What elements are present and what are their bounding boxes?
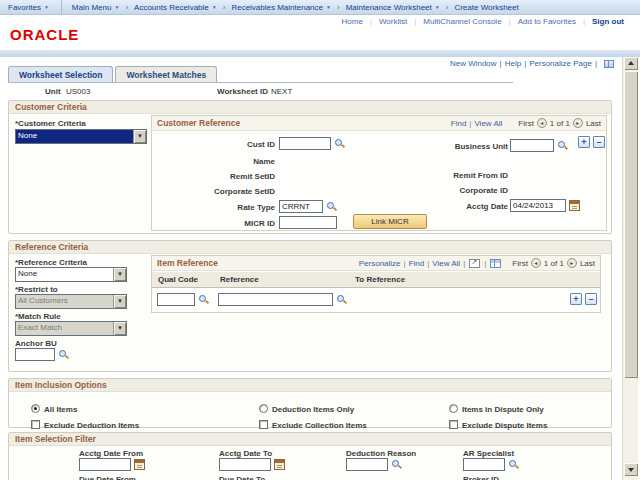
breadcrumb-main-menu[interactable]: Main Menu bbox=[68, 3, 124, 12]
customer-criteria-title: Customer Criteria bbox=[9, 101, 611, 114]
checkbox-exclude-dispute-items[interactable]: Exclude Dispute Items bbox=[449, 414, 547, 432]
personalize-layout-icon[interactable] bbox=[604, 60, 614, 68]
zoom-grid-icon[interactable] bbox=[469, 259, 480, 268]
help-link[interactable]: Help bbox=[505, 59, 521, 68]
customer-criteria-select[interactable]: None bbox=[15, 129, 147, 144]
deduction-reason-input[interactable] bbox=[346, 458, 388, 471]
radio-selected-icon bbox=[31, 404, 40, 413]
download-grid-icon[interactable] bbox=[490, 259, 501, 268]
find-link[interactable]: Find bbox=[451, 119, 467, 128]
home-link[interactable]: Home bbox=[335, 17, 370, 26]
reference-lookup-icon[interactable] bbox=[336, 294, 347, 305]
micr-id-label: MICR ID bbox=[152, 219, 275, 228]
restrict-to-label: *Restrict to bbox=[15, 285, 58, 294]
acctg-date-to-calendar-icon[interactable] bbox=[274, 459, 285, 470]
add-to-favorites-link[interactable]: Add to Favorites bbox=[511, 17, 583, 26]
breadcrumb-receivables-maintenance[interactable]: Receivables Maintenance bbox=[227, 3, 335, 12]
rate-type-input[interactable] bbox=[279, 200, 323, 213]
acctg-date-from-input[interactable] bbox=[79, 458, 131, 471]
match-rule-select[interactable]: Exact Match bbox=[15, 321, 127, 336]
tab-worksheet-matches[interactable]: Worksheet Matches bbox=[115, 66, 217, 82]
breadcrumb-favorites[interactable]: Favorites bbox=[0, 3, 53, 12]
breadcrumb: Favorites Main Menu Accounts Receivable … bbox=[0, 0, 640, 15]
view-all-link[interactable]: View All bbox=[432, 259, 460, 268]
reference-criteria-dropdown-label: *Reference Criteria bbox=[15, 258, 87, 267]
customer-criteria-section: Customer Criteria *Customer Criteria Non… bbox=[8, 100, 612, 234]
row-count: 1 of 1 bbox=[550, 119, 570, 128]
item-reference-grid: Item Reference Personalize | Find | View… bbox=[151, 255, 601, 313]
sign-out-link[interactable]: Sign out bbox=[585, 17, 624, 26]
next-row-icon[interactable] bbox=[573, 118, 583, 128]
vertical-scrollbar[interactable] bbox=[622, 57, 638, 480]
personalize-link[interactable]: Personalize bbox=[359, 259, 401, 268]
to-reference-column-header: To Reference bbox=[355, 275, 405, 284]
corporate-id-label: Corporate ID bbox=[382, 186, 508, 195]
link-micr-button[interactable]: Link MICR bbox=[353, 214, 427, 229]
page-tabs: Worksheet Selection Worksheet Matches bbox=[8, 66, 217, 82]
view-all-link[interactable]: View All bbox=[474, 119, 502, 128]
header-links: Home | Worklist | MultiChannel Console |… bbox=[335, 17, 624, 26]
item-inclusion-options-title: Item Inclusion Options bbox=[9, 379, 611, 392]
acctg-date-calendar-icon[interactable] bbox=[569, 200, 580, 211]
reference-criteria-select[interactable]: None bbox=[15, 267, 127, 282]
radio-icon bbox=[449, 404, 458, 413]
item-reference-header: Item Reference Personalize | Find | View… bbox=[152, 256, 600, 271]
anchor-bu-lookup-icon[interactable] bbox=[58, 349, 69, 360]
worksheet-id-label: Worksheet ID bbox=[217, 87, 268, 96]
breadcrumb-maintenance-worksheet[interactable]: Maintenance Worksheet bbox=[342, 3, 444, 12]
personalize-page-link[interactable]: Personalize Page bbox=[529, 59, 592, 68]
anchor-bu-input[interactable] bbox=[15, 348, 55, 361]
next-row-icon[interactable] bbox=[567, 258, 577, 268]
business-unit-input[interactable] bbox=[510, 139, 554, 152]
deduction-reason-label: Deduction Reason bbox=[346, 449, 416, 458]
radio-icon bbox=[259, 404, 268, 413]
acctg-date-to-input[interactable] bbox=[219, 458, 271, 471]
delete-row-button[interactable] bbox=[585, 293, 597, 305]
checkbox-exclude-deduction-items[interactable]: Exclude Deduction Items bbox=[31, 414, 139, 432]
qual-code-lookup-icon[interactable] bbox=[198, 294, 209, 305]
breadcrumb-create-worksheet: Create Worksheet bbox=[450, 3, 522, 12]
multichannel-console-link[interactable]: MultiChannel Console bbox=[416, 17, 508, 26]
cust-id-lookup-icon[interactable] bbox=[334, 138, 345, 149]
customer-reference-title: Customer Reference bbox=[157, 118, 240, 128]
restrict-to-select[interactable]: All Customers bbox=[15, 294, 127, 309]
delete-row-button[interactable] bbox=[593, 136, 605, 148]
breadcrumb-separator-icon bbox=[335, 3, 342, 12]
acctg-date-from-calendar-icon[interactable] bbox=[134, 459, 145, 470]
business-unit-lookup-icon[interactable] bbox=[557, 140, 568, 151]
anchor-bu-label: Anchor BU bbox=[15, 339, 57, 348]
qual-code-column-header: Qual Code bbox=[158, 275, 198, 284]
scroll-down-icon[interactable] bbox=[624, 463, 638, 476]
ar-specialist-lookup-icon[interactable] bbox=[508, 459, 519, 470]
scroll-up-icon[interactable] bbox=[624, 57, 638, 70]
find-link[interactable]: Find bbox=[409, 259, 425, 268]
ar-specialist-label: AR Specialist bbox=[463, 449, 514, 458]
header-divider-band bbox=[0, 50, 640, 57]
rate-type-lookup-icon[interactable] bbox=[326, 201, 337, 212]
acctg-date-input[interactable] bbox=[510, 199, 566, 212]
micr-id-input[interactable] bbox=[279, 216, 337, 229]
first-label: First bbox=[518, 119, 534, 128]
chevron-down-icon bbox=[435, 4, 440, 10]
worklist-link[interactable]: Worklist bbox=[372, 17, 414, 26]
checkbox-icon bbox=[31, 420, 40, 429]
previous-row-icon[interactable] bbox=[537, 118, 547, 128]
breadcrumb-accounts-receivable[interactable]: Accounts Receivable bbox=[130, 3, 221, 12]
ar-specialist-input[interactable] bbox=[463, 458, 505, 471]
breadcrumb-separator-icon bbox=[123, 3, 130, 12]
add-row-button[interactable] bbox=[570, 293, 582, 305]
previous-row-icon[interactable] bbox=[531, 258, 541, 268]
new-window-link[interactable]: New Window bbox=[450, 59, 497, 68]
tab-worksheet-selection[interactable]: Worksheet Selection bbox=[8, 66, 113, 82]
reference-input[interactable] bbox=[218, 293, 333, 306]
scrollbar-thumb[interactable] bbox=[624, 71, 638, 378]
qual-code-input[interactable] bbox=[157, 293, 195, 306]
oracle-logo: ORACLE bbox=[10, 26, 79, 43]
unit-label: Unit bbox=[45, 87, 61, 96]
add-row-button[interactable] bbox=[578, 136, 590, 148]
due-date-to-label: Due Date To bbox=[219, 475, 265, 480]
deduction-reason-lookup-icon[interactable] bbox=[391, 459, 402, 470]
cust-id-input[interactable] bbox=[279, 137, 331, 150]
checkbox-exclude-collection-items[interactable]: Exclude Collection Items bbox=[259, 414, 367, 432]
reference-column-header: Reference bbox=[220, 275, 259, 284]
